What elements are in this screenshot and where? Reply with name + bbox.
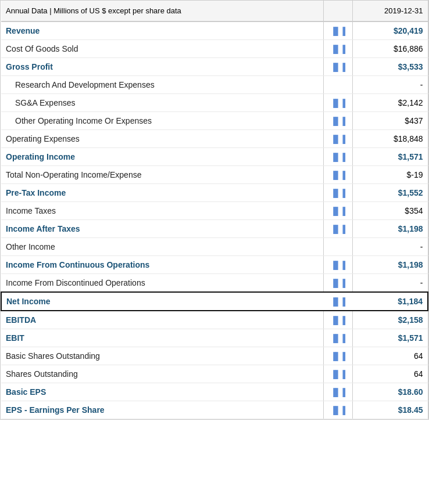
chart-icon-cell[interactable]: ▐▌▐ — [323, 40, 352, 58]
bar-chart-icon[interactable]: ▐▌▐ — [331, 99, 345, 107]
row-label: Income From Continuous Operations — [1, 256, 323, 274]
table-row: Income From Discontinued Operations▐▌▐- — [1, 274, 428, 293]
row-label: Pre-Tax Income — [1, 184, 323, 202]
chart-icon-cell[interactable]: ▐▌▐ — [323, 58, 352, 76]
row-value: - — [352, 238, 428, 256]
table-row: Income Taxes▐▌▐$354 — [1, 202, 428, 220]
chart-icon-cell[interactable]: ▐▌▐ — [323, 329, 352, 347]
table-row: Shares Outstanding▐▌▐64 — [1, 365, 428, 383]
chart-icon-cell[interactable]: ▐▌▐ — [323, 383, 352, 401]
table-row: Pre-Tax Income▐▌▐$1,552 — [1, 184, 428, 202]
chart-icon-cell[interactable]: ▐▌▐ — [323, 184, 352, 202]
header-label: Annual Data | Millions of US $ except pe… — [1, 1, 323, 21]
bar-chart-icon[interactable]: ▐▌▐ — [331, 406, 345, 415]
row-value: $1,184 — [352, 292, 428, 311]
bar-chart-icon[interactable]: ▐▌▐ — [331, 171, 345, 179]
row-label: Research And Development Expenses — [1, 76, 323, 94]
row-label: Income From Discontinued Operations — [1, 274, 323, 293]
row-label: Operating Income — [1, 148, 323, 166]
bar-chart-icon[interactable]: ▐▌▐ — [331, 153, 345, 161]
table-row: Revenue▐▌▐$20,419 — [1, 21, 428, 40]
bar-chart-icon[interactable]: ▐▌▐ — [331, 334, 345, 343]
table-header: Annual Data | Millions of US $ except pe… — [1, 1, 428, 21]
row-value: $-19 — [352, 166, 428, 184]
bar-chart-icon[interactable]: ▐▌▐ — [331, 316, 345, 325]
row-value: $2,158 — [352, 311, 428, 329]
table-row: Other Income- — [1, 238, 428, 256]
header-icon-col — [323, 1, 352, 21]
chart-icon-cell[interactable]: ▐▌▐ — [323, 292, 352, 311]
header-date: 2019-12-31 — [352, 1, 428, 21]
table-row: Cost Of Goods Sold▐▌▐$16,886 — [1, 40, 428, 58]
row-value: $18.45 — [352, 401, 428, 419]
chart-icon-cell[interactable]: ▐▌▐ — [323, 274, 352, 293]
row-label: Other Income — [1, 238, 323, 256]
row-value: $1,571 — [352, 148, 428, 166]
chart-icon-cell[interactable]: ▐▌▐ — [323, 401, 352, 419]
chart-icon-cell — [323, 76, 352, 94]
row-value: $18.60 — [352, 383, 428, 401]
row-label: EBIT — [1, 329, 323, 347]
bar-chart-icon[interactable]: ▐▌▐ — [331, 388, 345, 397]
row-label: Other Operating Income Or Expenses — [1, 112, 323, 130]
chart-icon-cell[interactable]: ▐▌▐ — [323, 202, 352, 220]
bar-chart-icon[interactable]: ▐▌▐ — [331, 63, 345, 71]
bar-chart-icon[interactable]: ▐▌▐ — [331, 225, 345, 233]
chart-icon-cell — [323, 238, 352, 256]
bar-chart-icon[interactable]: ▐▌▐ — [331, 189, 345, 197]
row-label: Income Taxes — [1, 202, 323, 220]
bar-chart-icon[interactable]: ▐▌▐ — [331, 279, 345, 287]
chart-icon-cell[interactable]: ▐▌▐ — [323, 311, 352, 329]
table-row: Other Operating Income Or Expenses▐▌▐$43… — [1, 112, 428, 130]
row-value: $354 — [352, 202, 428, 220]
row-value: $3,533 — [352, 58, 428, 76]
bar-chart-icon[interactable]: ▐▌▐ — [331, 135, 345, 143]
row-label: Net Income — [1, 292, 323, 311]
table-row: Income After Taxes▐▌▐$1,198 — [1, 220, 428, 238]
bar-chart-icon[interactable]: ▐▌▐ — [331, 297, 345, 306]
table-row: Total Non-Operating Income/Expense▐▌▐$-1… — [1, 166, 428, 184]
row-label: Income After Taxes — [1, 220, 323, 238]
bar-chart-icon[interactable]: ▐▌▐ — [331, 370, 345, 379]
row-value: 64 — [352, 347, 428, 365]
chart-icon-cell[interactable]: ▐▌▐ — [323, 21, 352, 40]
row-value: $1,198 — [352, 220, 428, 238]
chart-icon-cell[interactable]: ▐▌▐ — [323, 347, 352, 365]
chart-icon-cell[interactable]: ▐▌▐ — [323, 148, 352, 166]
bar-chart-icon[interactable]: ▐▌▐ — [331, 27, 345, 35]
row-label: Shares Outstanding — [1, 365, 323, 383]
bar-chart-icon[interactable]: ▐▌▐ — [331, 207, 345, 215]
bar-chart-icon[interactable]: ▐▌▐ — [331, 117, 345, 125]
row-label: Gross Profit — [1, 58, 323, 76]
row-label: Basic EPS — [1, 383, 323, 401]
bar-chart-icon[interactable]: ▐▌▐ — [331, 352, 345, 361]
table-row: Operating Income▐▌▐$1,571 — [1, 148, 428, 166]
table-row: Net Income▐▌▐$1,184 — [1, 292, 428, 311]
chart-icon-cell[interactable]: ▐▌▐ — [323, 94, 352, 112]
chart-icon-cell[interactable]: ▐▌▐ — [323, 166, 352, 184]
chart-icon-cell[interactable]: ▐▌▐ — [323, 365, 352, 383]
row-label: Cost Of Goods Sold — [1, 40, 323, 58]
row-label: Total Non-Operating Income/Expense — [1, 166, 323, 184]
chart-icon-cell[interactable]: ▐▌▐ — [323, 220, 352, 238]
table-row: Operating Expenses▐▌▐$18,848 — [1, 130, 428, 148]
bar-chart-icon[interactable]: ▐▌▐ — [331, 45, 345, 53]
table-row: Research And Development Expenses- — [1, 76, 428, 94]
row-label: EPS - Earnings Per Share — [1, 401, 323, 419]
row-value: $1,552 — [352, 184, 428, 202]
row-label: Basic Shares Outstanding — [1, 347, 323, 365]
row-label: SG&A Expenses — [1, 94, 323, 112]
row-value: $1,198 — [352, 256, 428, 274]
row-value: - — [352, 274, 428, 293]
financial-table: Annual Data | Millions of US $ except pe… — [0, 0, 429, 420]
row-value: 64 — [352, 365, 428, 383]
chart-icon-cell[interactable]: ▐▌▐ — [323, 130, 352, 148]
row-value: $1,571 — [352, 329, 428, 347]
chart-icon-cell[interactable]: ▐▌▐ — [323, 256, 352, 274]
chart-icon-cell[interactable]: ▐▌▐ — [323, 112, 352, 130]
table-row: Basic Shares Outstanding▐▌▐64 — [1, 347, 428, 365]
row-value: $16,886 — [352, 40, 428, 58]
bar-chart-icon[interactable]: ▐▌▐ — [331, 261, 345, 269]
row-value: $20,419 — [352, 21, 428, 40]
table-row: Basic EPS▐▌▐$18.60 — [1, 383, 428, 401]
